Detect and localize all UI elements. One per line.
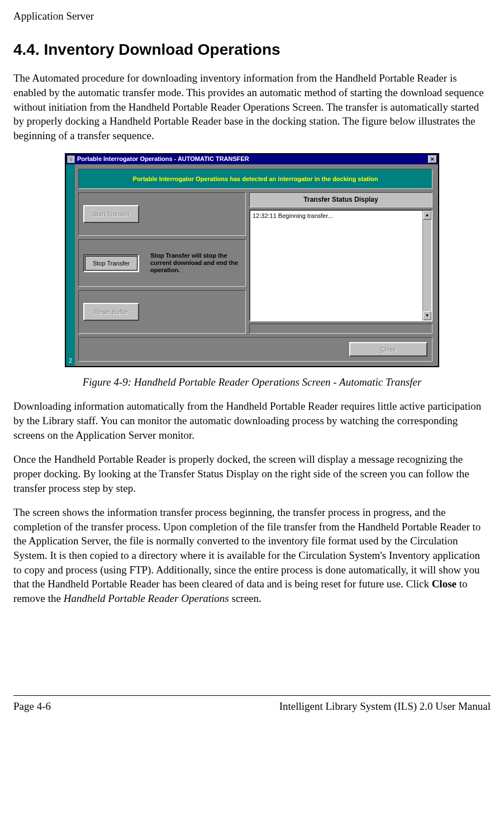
figure-caption: Figure 4-9: Handheld Portable Reader Ope… — [13, 375, 491, 390]
gutter-label: 2 — [66, 357, 75, 365]
status-listbox[interactable]: 12:32:11 Beginning transfer... ▲ ▼ — [249, 210, 432, 321]
scroll-down-icon[interactable]: ▼ — [423, 311, 431, 320]
paragraph-2: Downloading information automatically fr… — [13, 399, 491, 442]
close-button: Close — [349, 342, 427, 357]
start-transfer-panel: Start Transfer — [78, 192, 246, 236]
close-rest: lose — [385, 346, 396, 353]
titlebar-text: Portable Interrogator Operations - AUTOM… — [77, 155, 428, 163]
close-mnemonic: C — [381, 346, 385, 353]
p4-c: screen. — [229, 592, 261, 604]
p4-bold: Close — [432, 578, 457, 590]
intro-paragraph: The Automated procedure for downloading … — [13, 71, 491, 143]
progress-bar — [249, 324, 432, 334]
stop-transfer-panel: Stop Transfer Stop Transfer will stop th… — [78, 239, 246, 287]
paragraph-3: Once the Handheld Portable Reader is pro… — [13, 452, 491, 495]
left-gutter: 2 — [66, 164, 75, 366]
stop-help-text: Stop Transfer will stop the current down… — [150, 252, 241, 274]
titlebar: ◊ Portable Interrogator Operations - AUT… — [66, 154, 438, 164]
close-icon[interactable]: ✕ — [428, 155, 437, 163]
status-title: Transfer Status Display — [249, 192, 432, 207]
section-title: 4.4. Inventory Download Operations — [13, 39, 491, 60]
main-grid: Portable Interrogator Operations has det… — [75, 164, 438, 366]
start-transfer-button: Start Transfer — [83, 205, 139, 223]
figure-wrapper: ◊ Portable Interrogator Operations - AUT… — [13, 153, 491, 367]
p4-italic: Handheld Portable Reader Operations — [64, 592, 229, 604]
p4-a: The screen shows the information transfe… — [13, 506, 481, 590]
dialog-body: 2 Portable Interrogator Operations has d… — [66, 164, 438, 366]
footer-manual: Intelligent Library System (ILS) 2.0 Use… — [279, 699, 491, 714]
reset-buffer-button: Reset Buffer — [83, 303, 139, 321]
reset-buffer-panel: Reset Buffer — [78, 290, 246, 334]
scroll-up-icon[interactable]: ▲ — [423, 211, 431, 220]
app-icon: ◊ — [67, 155, 75, 163]
stop-transfer-button[interactable]: Stop Transfer — [83, 254, 139, 272]
footer-page: Page 4-6 — [13, 699, 51, 714]
scrollbar[interactable]: ▲ ▼ — [422, 211, 431, 320]
page-footer: Page 4-6 Intelligent Library System (ILS… — [13, 695, 491, 714]
detection-banner: Portable Interrogator Operations has det… — [78, 169, 432, 189]
paragraph-4: The screen shows the information transfe… — [13, 505, 491, 605]
status-line: 12:32:11 Beginning transfer... — [253, 212, 429, 220]
status-column: Transfer Status Display 12:32:11 Beginni… — [249, 192, 432, 333]
dialog-window: ◊ Portable Interrogator Operations - AUT… — [65, 153, 439, 367]
page-header: Application Server — [13, 9, 491, 23]
bottom-row: Close — [78, 337, 432, 362]
